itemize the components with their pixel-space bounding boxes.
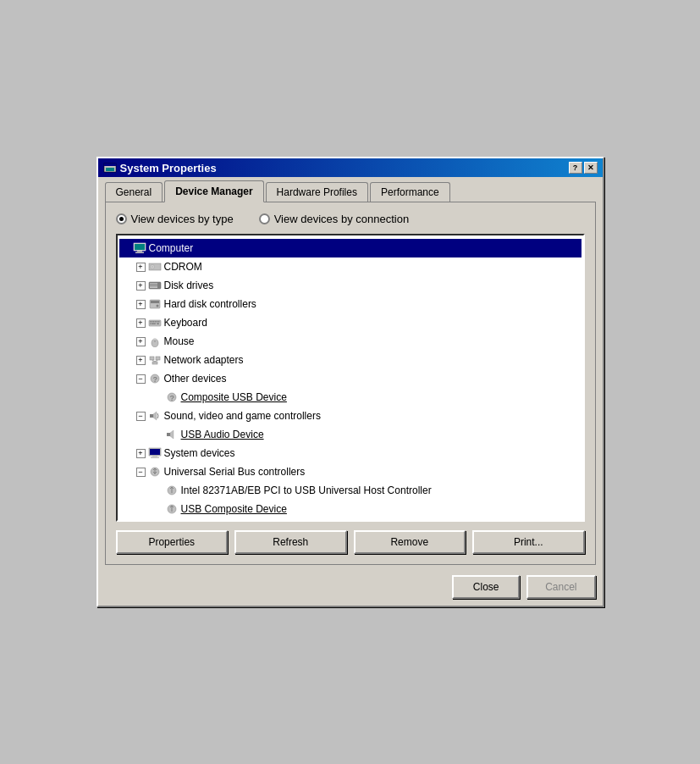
tree-item-usb-root[interactable]: USB Root Hub bbox=[119, 518, 581, 522]
expand-other[interactable]: − bbox=[136, 374, 146, 384]
tab-content: View devices by type View devices by con… bbox=[105, 202, 596, 565]
tree-item-cdrom-label: CDROM bbox=[164, 258, 202, 275]
expand-hdd[interactable]: + bbox=[136, 300, 146, 309]
svg-rect-18 bbox=[150, 321, 152, 323]
svg-line-34 bbox=[155, 360, 158, 362]
tab-performance[interactable]: Performance bbox=[370, 182, 450, 202]
expand-mouse[interactable]: + bbox=[136, 337, 146, 346]
properties-button[interactable]: Properties bbox=[116, 530, 229, 554]
title-bar-buttons: ? ✕ bbox=[569, 162, 598, 174]
svg-rect-30 bbox=[150, 357, 154, 360]
tree-item-system-label: System devices bbox=[164, 445, 235, 462]
svg-marker-40 bbox=[153, 412, 157, 420]
computer-icon bbox=[133, 241, 146, 255]
svg-point-29 bbox=[153, 339, 157, 340]
radio-by-connection-circle bbox=[259, 213, 270, 224]
tree-item-hdd-label: Hard disk controllers bbox=[164, 296, 256, 313]
tree-item-computer-label: Computer bbox=[149, 240, 194, 257]
device-tree[interactable]: Computer + CDROM + bbox=[116, 234, 585, 522]
system-properties-window: System Properties ? ✕ General Device Man… bbox=[96, 157, 604, 607]
close-dialog-button[interactable]: Close bbox=[452, 575, 520, 599]
network-icon bbox=[148, 353, 162, 367]
svg-rect-46 bbox=[151, 457, 159, 459]
tree-item-mouse-label: Mouse bbox=[164, 333, 195, 350]
radio-by-connection[interactable]: View devices by connection bbox=[259, 213, 409, 225]
tree-item-usb-audio[interactable]: USB Audio Device bbox=[119, 425, 581, 444]
tree-item-usb-composite[interactable]: USB Composite Device bbox=[119, 500, 581, 518]
other-devices-icon: ? bbox=[148, 372, 162, 385]
svg-text:?: ? bbox=[169, 394, 174, 402]
tree-item-hdd[interactable]: + Hard disk controllers bbox=[119, 295, 581, 313]
close-button[interactable]: ✕ bbox=[584, 162, 598, 174]
tree-item-usb-composite-label: USB Composite Device bbox=[181, 501, 287, 518]
radio-by-type[interactable]: View devices by type bbox=[116, 213, 234, 225]
action-buttons: Properties Refresh Remove Print... bbox=[116, 530, 585, 554]
cancel-button[interactable]: Cancel bbox=[526, 575, 595, 599]
expand-sound[interactable]: − bbox=[136, 412, 146, 421]
expand-cdrom[interactable]: + bbox=[136, 263, 146, 272]
remove-button[interactable]: Remove bbox=[354, 530, 466, 554]
svg-rect-13 bbox=[150, 285, 157, 286]
tree-item-mouse[interactable]: + Mouse bbox=[119, 332, 581, 351]
expand-usb[interactable]: − bbox=[136, 468, 146, 477]
tab-hardware-profiles[interactable]: Hardware Profiles bbox=[266, 182, 368, 202]
tree-item-usb-root-label: USB Root Hub bbox=[181, 519, 248, 522]
usb-root-icon bbox=[165, 521, 179, 522]
svg-marker-42 bbox=[170, 430, 174, 439]
expand-keyboard[interactable]: + bbox=[136, 318, 146, 328]
tree-item-other-devices[interactable]: − ? Other devices bbox=[119, 369, 581, 388]
bottom-buttons: Close Cancel bbox=[105, 575, 596, 599]
expand-system[interactable]: + bbox=[136, 449, 146, 458]
sound-icon bbox=[148, 409, 162, 423]
title-bar: System Properties ? ✕ bbox=[98, 158, 603, 177]
radio-by-connection-label: View devices by connection bbox=[274, 213, 409, 225]
keyboard-icon bbox=[148, 316, 162, 329]
window-body: General Device Manager Hardware Profiles… bbox=[98, 177, 603, 606]
tree-item-usb-controllers[interactable]: − Universal Serial Bus controllers bbox=[119, 462, 581, 481]
svg-rect-6 bbox=[135, 252, 144, 254]
svg-rect-2 bbox=[106, 168, 114, 171]
svg-rect-25 bbox=[152, 324, 156, 325]
tree-item-intel-usb[interactable]: Intel 82371AB/EB PCI to USB Universal Ho… bbox=[119, 481, 581, 500]
svg-point-9 bbox=[152, 266, 152, 267]
svg-rect-12 bbox=[150, 284, 157, 285]
tree-item-keyboard-label: Keyboard bbox=[164, 314, 207, 331]
tree-item-intel-usb-label: Intel 82371AB/EB PCI to USB Universal Ho… bbox=[181, 482, 432, 499]
svg-rect-32 bbox=[152, 362, 157, 364]
hdd-icon bbox=[148, 297, 162, 311]
window-title: System Properties bbox=[120, 162, 217, 174]
tree-item-network[interactable]: + Network adapters bbox=[119, 351, 581, 369]
tree-item-keyboard[interactable]: + bbox=[119, 313, 581, 332]
usb-audio-icon bbox=[165, 428, 179, 441]
svg-rect-24 bbox=[150, 324, 152, 325]
svg-rect-26 bbox=[157, 324, 159, 325]
tab-device-manager[interactable]: Device Manager bbox=[164, 180, 263, 202]
svg-rect-5 bbox=[137, 251, 142, 252]
svg-rect-44 bbox=[150, 449, 160, 455]
svg-rect-39 bbox=[150, 414, 153, 418]
tree-item-disk-drives[interactable]: + Disk drives bbox=[119, 276, 581, 295]
tree-item-composite-usb-label: Composite USB Device bbox=[181, 389, 287, 406]
tree-item-system[interactable]: + System devices bbox=[119, 444, 581, 462]
tree-item-computer[interactable]: Computer bbox=[119, 239, 581, 257]
tree-item-sound[interactable]: − Sound, video and game controllers bbox=[119, 407, 581, 425]
expand-network[interactable]: + bbox=[136, 356, 146, 365]
usb-controllers-icon bbox=[148, 465, 162, 479]
svg-rect-20 bbox=[153, 321, 155, 323]
tree-item-cdrom[interactable]: + CDROM bbox=[119, 257, 581, 276]
svg-rect-15 bbox=[151, 301, 159, 303]
tree-item-composite-usb[interactable]: ? Composite USB Device bbox=[119, 388, 581, 407]
print-button[interactable]: Print... bbox=[472, 530, 585, 554]
window-icon bbox=[103, 161, 117, 174]
expand-disk[interactable]: + bbox=[136, 281, 146, 291]
svg-rect-1 bbox=[104, 163, 116, 166]
svg-rect-41 bbox=[167, 433, 170, 436]
tab-general[interactable]: General bbox=[105, 182, 163, 202]
svg-line-33 bbox=[152, 360, 155, 362]
refresh-button[interactable]: Refresh bbox=[234, 530, 347, 554]
help-button[interactable]: ? bbox=[569, 162, 582, 174]
svg-rect-23 bbox=[158, 321, 160, 323]
svg-rect-4 bbox=[135, 244, 145, 250]
tree-item-usb-audio-label: USB Audio Device bbox=[181, 426, 264, 443]
svg-rect-31 bbox=[156, 357, 160, 360]
